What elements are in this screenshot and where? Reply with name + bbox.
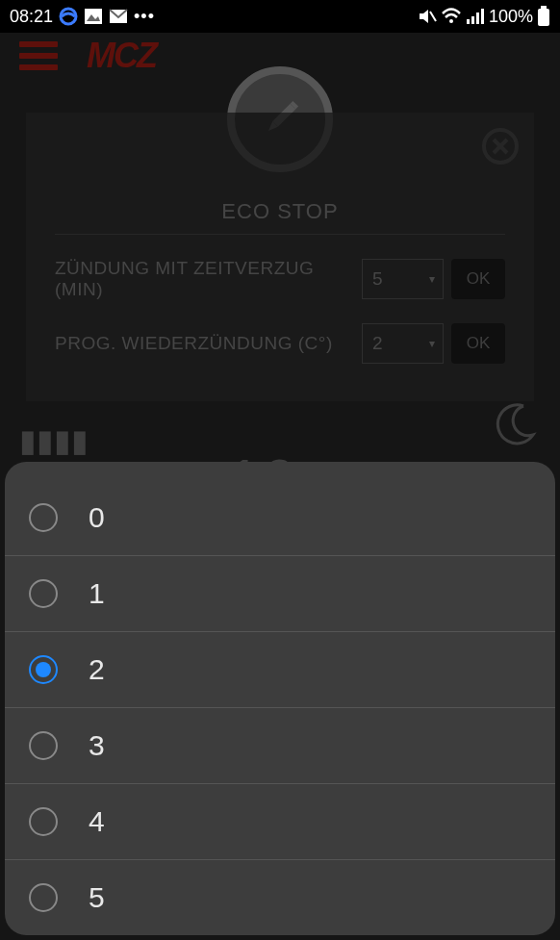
wifi-icon xyxy=(441,7,462,26)
svg-rect-11 xyxy=(481,9,484,24)
mail-icon xyxy=(109,7,128,26)
radio-icon xyxy=(29,807,58,836)
battery-icon xyxy=(537,6,550,27)
svg-point-7 xyxy=(449,19,453,23)
signal-icon xyxy=(466,7,485,26)
bixby-icon xyxy=(59,7,78,26)
battery-percent: 100% xyxy=(489,7,533,27)
picker-option[interactable]: 4 xyxy=(5,783,555,859)
svg-rect-1 xyxy=(85,9,102,24)
app-logo: MCZ xyxy=(87,36,156,76)
eco-stop-modal: ECO STOP ZÜNDUNG MIT ZEITVERZUG (MIN) 5 … xyxy=(26,113,534,401)
picker-option-label: 2 xyxy=(89,653,105,686)
notification-overflow-icon: ••• xyxy=(134,7,155,27)
picker-option[interactable]: 0 xyxy=(5,479,555,555)
svg-rect-10 xyxy=(476,13,479,24)
menu-button[interactable] xyxy=(19,41,58,70)
radio-icon xyxy=(29,731,58,760)
picker-option[interactable]: 3 xyxy=(5,707,555,783)
picker-option[interactable]: 2 xyxy=(5,631,555,707)
svg-rect-8 xyxy=(467,19,470,24)
picker-option[interactable]: 5 xyxy=(5,859,555,935)
value-picker-sheet: 012345 xyxy=(5,462,555,935)
modal-overlay[interactable] xyxy=(26,113,534,401)
picker-option-label: 4 xyxy=(89,805,105,838)
picker-option-label: 0 xyxy=(89,501,105,534)
radio-icon xyxy=(29,503,58,532)
picker-option[interactable]: 1 xyxy=(5,555,555,631)
radio-icon xyxy=(29,655,58,684)
radio-icon xyxy=(29,883,58,912)
picker-option-label: 1 xyxy=(89,577,105,610)
night-mode-icon xyxy=(487,398,541,452)
mute-icon xyxy=(418,7,437,26)
picker-option-label: 5 xyxy=(89,881,105,914)
svg-marker-4 xyxy=(420,10,428,23)
picker-option-label: 3 xyxy=(89,729,105,762)
svg-rect-13 xyxy=(538,9,549,26)
image-icon xyxy=(84,7,103,26)
status-time: 08:21 xyxy=(10,7,53,27)
status-bar: 08:21 ••• 100% xyxy=(0,0,560,33)
svg-rect-12 xyxy=(541,6,547,9)
svg-rect-9 xyxy=(471,16,474,24)
radio-icon xyxy=(29,579,58,608)
